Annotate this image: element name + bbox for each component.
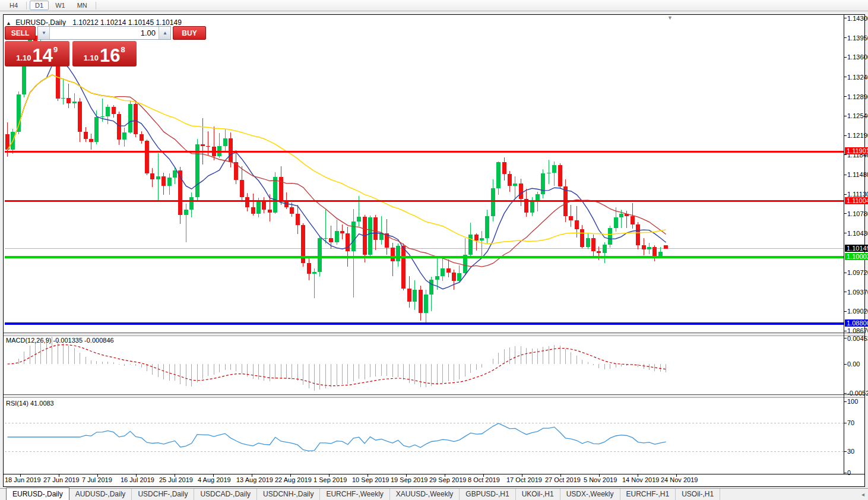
timeframe-button-mn[interactable]: MN (72, 1, 93, 10)
chart-tab-audusd-daily[interactable]: AUDUSD-,Daily (69, 489, 132, 500)
date-axis-label: 4 Aug 2019 (198, 476, 231, 483)
chart-tab-eurchf-h1[interactable]: EURCHF-,H1 (620, 489, 676, 500)
price-axis-label: 1.12890 (847, 93, 868, 100)
tab-scroll-left-icon[interactable]: ◂ (861, 491, 864, 498)
price-axis-label: 1.11480 (847, 171, 868, 178)
sell-price-prefix: 1.10 (16, 53, 31, 62)
timeframe-button-w1[interactable]: W1 (50, 1, 71, 10)
date-axis-label: 1 Sep 2019 (313, 476, 347, 483)
price-axis-label: 1.13600 (847, 53, 868, 61)
buy-price-sup: 8 (121, 45, 125, 54)
volume-stepper: ▼ ▲ (37, 26, 171, 40)
symbol-period-label: EURUSD-,Daily (15, 18, 66, 27)
toolbar-separator (26, 2, 27, 10)
price-axis-label: 1.12540 (847, 112, 868, 119)
date-axis-label: 19 Sep 2019 (391, 476, 427, 483)
chart-tab-usoil-h1[interactable]: USOil-,H1 (676, 489, 720, 500)
date-axis-label: 27 Oct 2019 (545, 476, 581, 483)
chart-tab-usdcnh-daily[interactable]: USDCNH-,Daily (257, 489, 320, 500)
price-axis-label: 1.09720 (847, 269, 868, 276)
price-axis-label: 1.09370 (847, 289, 868, 296)
collapse-panel-icon[interactable]: ▲ (6, 20, 11, 26)
one-click-trading-panel: SELL ▼ ▲ BUY 1.10 14 9 1.10 16 8 (5, 26, 137, 67)
chart-tab-usdchf-daily[interactable]: USDCHF-,Daily (132, 489, 194, 500)
timeframe-button-h4[interactable]: H4 (4, 1, 23, 10)
macd-label: MACD(12,26,9) -0.001335 -0.000846 (6, 337, 114, 344)
price-axis-label: 1.12190 (847, 132, 868, 139)
date-axis-label: 7 Jul 2019 (82, 476, 112, 483)
price-marker-label: 1.10149 (845, 245, 868, 252)
toolbar-separator (96, 2, 96, 10)
date-axis-label: 17 Oct 2019 (506, 476, 542, 483)
buy-price-big: 16 (100, 47, 120, 65)
date-axis-label: 16 Jul 2019 (121, 476, 154, 483)
date-axis-label: 29 Sep 2019 (429, 476, 466, 483)
sell-price-big: 14 (33, 47, 53, 65)
chart-shift-marker-icon[interactable]: ▼ (667, 15, 673, 21)
rsi-axis-label: 70 (847, 419, 854, 426)
price-marker-label: 1.10003 (845, 253, 868, 260)
price-axis-label: 1.14300 (847, 15, 868, 22)
price-axis-label: 1.13240 (847, 74, 868, 81)
date-axis-label: 14 Nov 2019 (622, 476, 659, 483)
volume-increase-icon[interactable]: ▲ (159, 27, 170, 39)
chart-tab-eurusd-daily[interactable]: EURUSD-,Daily (6, 488, 69, 500)
rsi-axis-label: 30 (847, 448, 854, 455)
date-axis-label: 25 Jul 2019 (159, 476, 193, 483)
chart-tab-usdx-weekly[interactable]: USDX-,Weekly (560, 489, 620, 500)
price-axis-label: 1.08670 (847, 327, 868, 334)
ohlc-values: 1.10212 1.10214 1.10145 1.10149 (72, 18, 182, 27)
macd-axis-label: 0.004536 (847, 335, 868, 342)
price-axis-label: 1.10780 (847, 210, 868, 217)
macd-axis-label: 0.00 (847, 360, 860, 368)
price-marker-label: 1.11004 (845, 197, 868, 204)
timeframe-button-d1[interactable]: D1 (30, 1, 49, 10)
buy-button[interactable]: BUY (173, 26, 206, 40)
date-axis-label: 18 Jun 2019 (5, 476, 41, 483)
volume-input[interactable] (50, 27, 159, 39)
buy-price-box[interactable]: 1.10 16 8 (72, 41, 137, 67)
timeframe-toolbar: H4D1W1MN (0, 0, 868, 11)
rsi-axis-label: 100 (847, 398, 858, 405)
chart-tab-gbpusd-h1[interactable]: GBPUSD-,H1 (460, 489, 515, 500)
price-axis-label: 1.09020 (847, 308, 868, 315)
sell-price-sup: 9 (53, 45, 58, 54)
buy-price-prefix: 1.10 (84, 53, 99, 62)
rsi-axis-label: 0 (847, 469, 851, 476)
date-axis-label: 27 Jun 2019 (43, 476, 80, 483)
date-axis-label: 5 Nov 2019 (584, 476, 617, 483)
rsi-label: RSI(14) 41.0083 (6, 400, 54, 407)
price-axis-label: 1.13950 (847, 34, 868, 42)
date-axis-label: 8 Oct 2019 (468, 476, 500, 483)
price-marker-label: 1.11901 (845, 147, 868, 154)
chart-tab-ukoil-h1[interactable]: UKOil-,H1 (516, 489, 560, 500)
chart-tab-usdcad-daily[interactable]: USDCAD-,Daily (194, 489, 257, 500)
sell-button[interactable]: SELL (5, 26, 36, 40)
volume-decrease-icon[interactable]: ▼ (38, 27, 50, 39)
date-axis-label: 22 Aug 2019 (275, 476, 312, 483)
chart-window[interactable] (3, 14, 865, 487)
date-axis-label: 24 Nov 2019 (661, 476, 698, 483)
chart-tab-eurchf-weekly[interactable]: EURCHF-,Weekly (320, 489, 389, 500)
chart-tab-xauusd-weekly[interactable]: XAUUSD-,Weekly (390, 489, 460, 500)
chart-tab-bar: EURUSD-,DailyAUDUSD-,DailyUSDCHF-,DailyU… (0, 488, 868, 500)
chart-title: ▲ EURUSD-,Daily 1.10212 1.10214 1.10145 … (6, 18, 182, 27)
price-marker-label: 1.08800 (845, 319, 868, 327)
date-axis-label: 10 Sep 2019 (352, 476, 389, 483)
sell-price-box[interactable]: 1.10 14 9 (5, 41, 69, 67)
date-axis-label: 13 Aug 2019 (236, 476, 273, 483)
macd-axis-label: -0.005205 (847, 390, 868, 397)
price-axis-label: 1.10430 (847, 230, 868, 237)
